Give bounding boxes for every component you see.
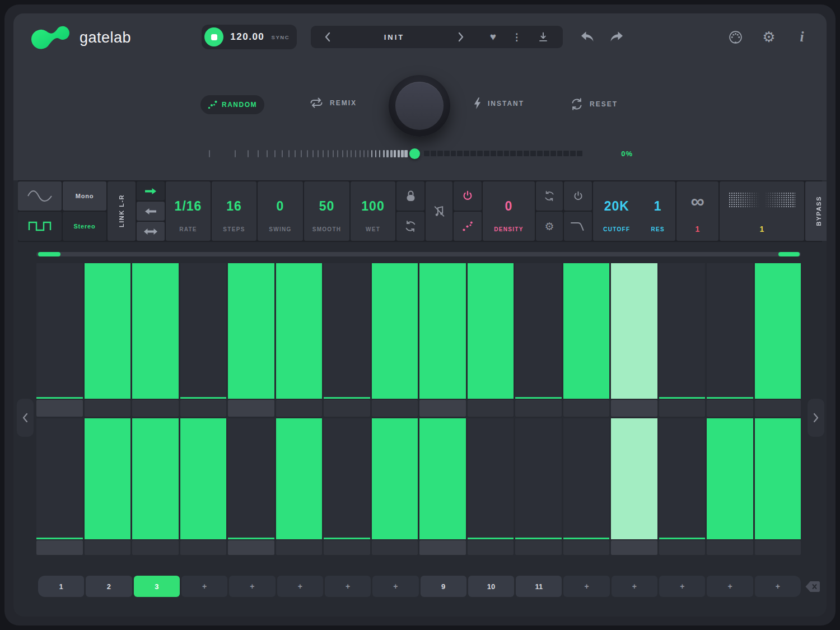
step-cell-1[interactable] bbox=[36, 263, 83, 399]
pattern-slot-1[interactable]: 1 bbox=[38, 576, 84, 597]
slider-handle[interactable] bbox=[409, 148, 420, 159]
pattern-add-slot-8[interactable]: + bbox=[372, 576, 418, 597]
info-button[interactable]: i bbox=[792, 27, 811, 46]
stop-button[interactable] bbox=[204, 27, 223, 46]
step-cell-6[interactable] bbox=[276, 418, 323, 539]
step-cell-1[interactable] bbox=[36, 418, 83, 539]
cutoff-control[interactable]: 20K CUTOFF bbox=[593, 181, 640, 241]
pattern-slot-9[interactable]: 9 bbox=[421, 576, 466, 597]
macro-amount-slider[interactable]: 0% bbox=[207, 146, 634, 161]
next-page-button[interactable] bbox=[808, 399, 824, 437]
step-cell-16[interactable] bbox=[755, 263, 801, 399]
settings-button[interactable]: ⚙ bbox=[759, 27, 778, 46]
step-cell-4[interactable] bbox=[180, 418, 227, 539]
lock-button[interactable] bbox=[396, 181, 424, 211]
step-accent-cell-13[interactable] bbox=[611, 400, 657, 417]
step-cell-2[interactable] bbox=[85, 418, 131, 539]
next-preset-button[interactable] bbox=[455, 30, 466, 44]
pattern-add-slot-14[interactable]: + bbox=[659, 576, 705, 597]
instant-button[interactable]: INSTANT bbox=[473, 97, 524, 109]
step-accent-cell-8[interactable] bbox=[372, 540, 418, 555]
preset-name[interactable]: INIT bbox=[333, 33, 455, 41]
density-control[interactable]: 0 DENSITY bbox=[483, 181, 535, 241]
step-accent-cell-2[interactable] bbox=[85, 400, 131, 417]
density-power-button[interactable] bbox=[454, 181, 482, 211]
step-cell-8[interactable] bbox=[372, 418, 418, 539]
smooth-control[interactable]: 50 SMOOTH bbox=[304, 181, 349, 241]
loop-range-slider[interactable] bbox=[36, 252, 801, 256]
bpm-display[interactable]: 120.00 bbox=[223, 31, 272, 43]
step-accent-cell-15[interactable] bbox=[707, 540, 753, 555]
step-accent-cell-8[interactable] bbox=[372, 400, 418, 417]
step-accent-cell-1[interactable] bbox=[36, 540, 83, 555]
step-accent-cell-10[interactable] bbox=[468, 540, 514, 555]
step-cell-14[interactable] bbox=[659, 263, 706, 399]
step-accent-cell-6[interactable] bbox=[276, 400, 323, 417]
step-cell-13[interactable] bbox=[611, 263, 657, 399]
random-button[interactable]: RANDOM bbox=[200, 95, 264, 114]
step-cell-10[interactable] bbox=[468, 418, 514, 539]
cycle-button[interactable] bbox=[396, 212, 424, 241]
step-accent-cell-6[interactable] bbox=[276, 540, 323, 555]
save-preset-button[interactable] bbox=[535, 29, 552, 45]
pattern-slot-2[interactable]: 2 bbox=[86, 576, 132, 597]
step-accent-cell-16[interactable] bbox=[755, 540, 801, 555]
filter-power-button[interactable] bbox=[564, 181, 592, 211]
direction-forward-button[interactable] bbox=[137, 181, 165, 200]
step-cell-11[interactable] bbox=[515, 418, 562, 539]
reset-button[interactable]: RESET bbox=[570, 97, 618, 111]
macro-knob[interactable] bbox=[389, 75, 450, 137]
step-cell-5[interactable] bbox=[228, 418, 274, 539]
pattern-add-slot-13[interactable]: + bbox=[612, 576, 657, 597]
rate-control[interactable]: 1/16 RATE bbox=[166, 181, 211, 241]
stereo-button[interactable]: Stereo bbox=[63, 212, 106, 241]
pattern-slot-11[interactable]: 11 bbox=[516, 576, 562, 597]
step-accent-cell-14[interactable] bbox=[659, 540, 706, 555]
prev-preset-button[interactable] bbox=[322, 30, 333, 44]
steps-control[interactable]: 16 STEPS bbox=[212, 181, 256, 241]
step-accent-cell-12[interactable] bbox=[563, 540, 610, 555]
direction-pingpong-button[interactable] bbox=[137, 222, 165, 241]
step-accent-cell-13[interactable] bbox=[611, 540, 657, 555]
pattern-add-slot-15[interactable]: + bbox=[707, 576, 753, 597]
pattern-add-slot-6[interactable]: + bbox=[277, 576, 323, 597]
res-control[interactable]: 1 RES bbox=[640, 181, 675, 241]
mono-button[interactable]: Mono bbox=[63, 181, 106, 211]
step-cell-3[interactable] bbox=[132, 418, 179, 539]
step-cell-13[interactable] bbox=[611, 418, 657, 539]
prev-page-button[interactable] bbox=[17, 399, 34, 437]
pattern-add-slot-7[interactable]: + bbox=[325, 576, 371, 597]
favorite-button[interactable]: ♥ bbox=[488, 29, 498, 45]
pattern-slot-10[interactable]: 10 bbox=[468, 576, 514, 597]
loop-end-handle[interactable] bbox=[778, 252, 800, 256]
step-accent-cell-9[interactable] bbox=[419, 400, 466, 417]
swing-control[interactable]: 0 SWING bbox=[258, 181, 303, 241]
filter-type-button[interactable] bbox=[564, 212, 592, 241]
density-random-button[interactable] bbox=[454, 212, 482, 241]
step-accent-cell-11[interactable] bbox=[515, 400, 562, 417]
step-cell-9[interactable] bbox=[419, 418, 466, 539]
step-accent-cell-3[interactable] bbox=[132, 540, 179, 555]
link-lr-button[interactable]: LINK L-R bbox=[108, 181, 136, 241]
step-cell-3[interactable] bbox=[132, 263, 179, 399]
filter-settings-button[interactable]: ⚙ bbox=[536, 212, 563, 241]
step-cell-14[interactable] bbox=[659, 418, 706, 539]
redo-button[interactable] bbox=[606, 27, 626, 46]
step-cell-11[interactable] bbox=[515, 263, 562, 399]
step-accent-cell-16[interactable] bbox=[755, 400, 801, 417]
pattern-slot-3[interactable]: 3 bbox=[134, 576, 180, 597]
step-cell-16[interactable] bbox=[755, 418, 801, 539]
step-cell-4[interactable] bbox=[180, 263, 227, 399]
step-accent-cell-15[interactable] bbox=[707, 400, 753, 417]
step-accent-cell-5[interactable] bbox=[228, 400, 274, 417]
delete-pattern-button[interactable] bbox=[804, 581, 821, 593]
step-cell-8[interactable] bbox=[372, 263, 418, 399]
step-cell-15[interactable] bbox=[707, 263, 753, 399]
step-accent-cell-7[interactable] bbox=[324, 400, 370, 417]
midi-button[interactable] bbox=[726, 27, 745, 46]
step-cell-7[interactable] bbox=[324, 418, 370, 539]
step-cell-15[interactable] bbox=[707, 418, 753, 539]
step-accent-cell-12[interactable] bbox=[563, 400, 610, 417]
square-wave-button[interactable] bbox=[18, 212, 62, 241]
step-accent-cell-5[interactable] bbox=[228, 540, 274, 555]
